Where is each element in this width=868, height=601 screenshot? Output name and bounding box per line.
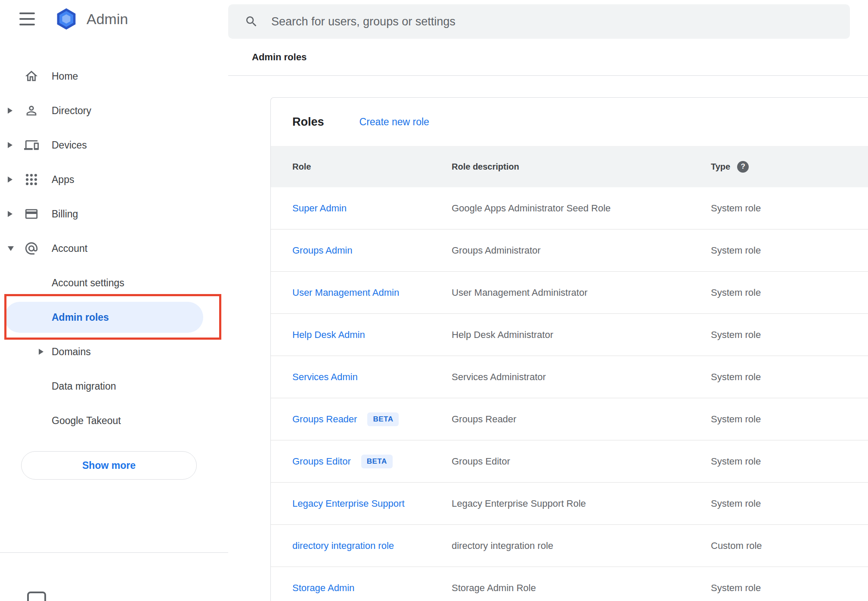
sidebar-item-account[interactable]: Account bbox=[0, 231, 228, 266]
role-type: System role bbox=[711, 456, 868, 467]
credit-card-icon bbox=[24, 207, 39, 221]
person-icon bbox=[24, 103, 39, 118]
sidebar-item-label: Google Takeout bbox=[52, 415, 121, 427]
sidebar-item-label: Home bbox=[52, 71, 78, 82]
role-type: System role bbox=[711, 287, 868, 298]
role-type: System role bbox=[711, 582, 868, 594]
search-placeholder: Search for users, groups or settings bbox=[271, 15, 456, 28]
role-link[interactable]: User Management Admin bbox=[292, 287, 399, 298]
role-description: Legacy Enterprise Support Role bbox=[452, 498, 711, 509]
show-more-button[interactable]: Show more bbox=[21, 451, 197, 480]
home-icon bbox=[24, 69, 39, 84]
role-type: System role bbox=[711, 414, 868, 425]
main-content: Search for users, groups or settings Adm… bbox=[228, 0, 868, 601]
sidebar-item-directory[interactable]: Directory bbox=[0, 93, 228, 128]
sidebar-item-label: Data migration bbox=[52, 381, 116, 392]
role-type: System role bbox=[711, 372, 868, 383]
role-link[interactable]: Groups Admin bbox=[292, 245, 352, 256]
feedback-icon[interactable] bbox=[27, 592, 46, 601]
role-description: directory integration role bbox=[452, 540, 711, 551]
role-description: Services Administrator bbox=[452, 372, 711, 383]
sidebar-item-account-settings[interactable]: Account settings bbox=[0, 266, 228, 300]
admin-logo-icon bbox=[55, 7, 78, 31]
sidebar-item-label: Domains bbox=[52, 346, 91, 358]
roles-card-header: Roles Create new role bbox=[271, 98, 868, 146]
create-new-role-link[interactable]: Create new role bbox=[360, 116, 429, 128]
devices-icon bbox=[24, 138, 39, 152]
sidebar-item-home[interactable]: Home bbox=[0, 59, 228, 93]
roles-table-header: Role Role description Type ? bbox=[271, 146, 868, 187]
table-row: directory integration role directory int… bbox=[271, 525, 868, 567]
at-sign-icon bbox=[24, 241, 39, 256]
sidebar-nav: Home Directory Devices bbox=[0, 59, 228, 438]
role-link[interactable]: Services Admin bbox=[292, 372, 358, 383]
sidebar-header: Admin bbox=[0, 0, 228, 38]
sidebar-item-apps[interactable]: Apps bbox=[0, 162, 228, 197]
sidebar-item-label: Apps bbox=[52, 174, 74, 186]
sidebar-item-domains[interactable]: Domains bbox=[0, 335, 228, 369]
column-header-type: Type ? bbox=[711, 161, 868, 173]
sidebar-item-devices[interactable]: Devices bbox=[0, 128, 228, 162]
beta-badge: BETA bbox=[367, 412, 399, 426]
search-icon bbox=[245, 15, 258, 28]
brand-name: Admin bbox=[87, 11, 128, 28]
role-type: System role bbox=[711, 203, 868, 214]
sidebar-item-label: Account bbox=[52, 243, 87, 254]
role-type: Custom role bbox=[711, 540, 868, 551]
sidebar-divider bbox=[0, 552, 228, 553]
beta-badge: BETA bbox=[361, 455, 393, 468]
page-title: Admin roles bbox=[252, 52, 307, 63]
role-description: Storage Admin Role bbox=[452, 582, 711, 594]
sidebar-item-admin-roles[interactable]: Admin roles bbox=[0, 300, 228, 335]
table-row: Storage Admin Storage Admin Role System … bbox=[271, 567, 868, 601]
table-row: Groups Reader BETA Groups Reader System … bbox=[271, 398, 868, 440]
role-description: Groups Editor bbox=[452, 456, 711, 467]
sidebar-item-data-migration[interactable]: Data migration bbox=[0, 369, 228, 403]
role-description: Groups Administrator bbox=[452, 245, 711, 256]
table-row: User Management Admin User Management Ad… bbox=[271, 272, 868, 314]
role-description: Google Apps Administrator Seed Role bbox=[452, 203, 711, 214]
table-row: Groups Editor BETA Groups Editor System … bbox=[271, 440, 868, 483]
role-link[interactable]: Super Admin bbox=[292, 203, 347, 214]
role-description: Groups Reader bbox=[452, 414, 711, 425]
column-header-role: Role bbox=[292, 162, 452, 172]
chevron-right-icon bbox=[39, 349, 43, 355]
role-description: Help Desk Administrator bbox=[452, 329, 711, 341]
sidebar-item-label: Devices bbox=[52, 139, 87, 151]
role-link[interactable]: Groups Editor bbox=[292, 456, 351, 467]
help-icon[interactable]: ? bbox=[737, 161, 749, 173]
apps-grid-icon bbox=[24, 172, 39, 187]
table-row: Super Admin Google Apps Administrator Se… bbox=[271, 187, 868, 229]
column-header-description: Role description bbox=[452, 162, 711, 172]
search-input[interactable]: Search for users, groups or settings bbox=[228, 4, 850, 39]
sidebar-item-label: Account settings bbox=[52, 277, 124, 289]
sidebar-item-billing[interactable]: Billing bbox=[0, 197, 228, 231]
chevron-right-icon bbox=[8, 142, 12, 148]
table-row: Services Admin Services Administrator Sy… bbox=[271, 356, 868, 398]
sidebar: Admin Home Directory Devices bbox=[0, 0, 228, 601]
role-link[interactable]: Legacy Enterprise Support bbox=[292, 498, 405, 509]
table-row: Groups Admin Groups Administrator System… bbox=[271, 229, 868, 272]
sidebar-item-label: Admin roles bbox=[52, 312, 109, 323]
menu-icon[interactable] bbox=[19, 12, 35, 25]
chevron-down-icon bbox=[8, 246, 14, 251]
breadcrumb: Admin roles bbox=[228, 39, 868, 76]
table-row: Legacy Enterprise Support Legacy Enterpr… bbox=[271, 483, 868, 525]
table-row: Help Desk Admin Help Desk Administrator … bbox=[271, 314, 868, 356]
role-type: System role bbox=[711, 245, 868, 256]
role-link[interactable]: Groups Reader bbox=[292, 414, 357, 425]
roles-card: Roles Create new role Role Role descript… bbox=[270, 97, 868, 601]
role-type: System role bbox=[711, 498, 868, 509]
role-type: System role bbox=[711, 329, 868, 341]
chevron-right-icon bbox=[8, 211, 12, 217]
chevron-right-icon bbox=[8, 108, 12, 114]
sidebar-item-label: Directory bbox=[52, 105, 91, 117]
role-link[interactable]: Help Desk Admin bbox=[292, 329, 365, 341]
role-link[interactable]: Storage Admin bbox=[292, 582, 354, 594]
sidebar-item-google-takeout[interactable]: Google Takeout bbox=[0, 403, 228, 438]
roles-title: Roles bbox=[292, 115, 324, 129]
chevron-right-icon bbox=[8, 177, 12, 183]
role-description: User Management Administrator bbox=[452, 287, 711, 298]
role-link[interactable]: directory integration role bbox=[292, 540, 394, 551]
sidebar-item-label: Billing bbox=[52, 208, 78, 220]
